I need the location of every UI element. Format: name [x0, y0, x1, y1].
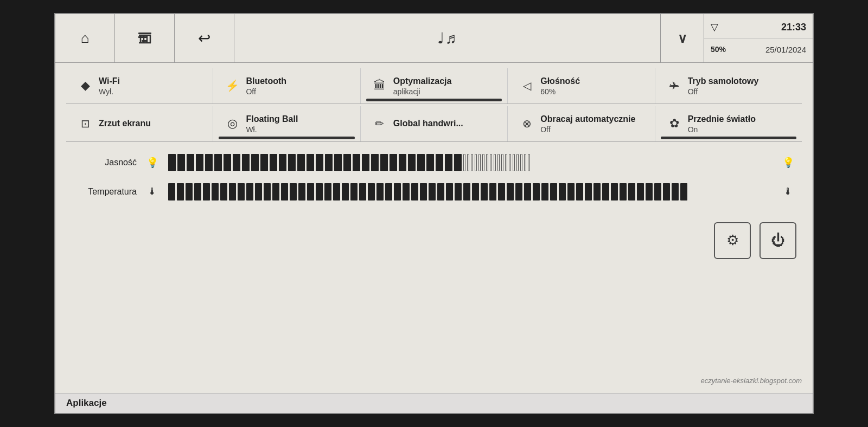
qs-handwriting-label: Global handwri...	[393, 118, 463, 130]
qs-volume[interactable]: ◁ Głośność 60%	[508, 68, 655, 103]
screenshot-icon: ⊡	[77, 117, 93, 130]
qs-bluetooth[interactable]: ⚡ Bluetooth Off	[213, 68, 360, 103]
qs-app-opt-underline	[366, 99, 502, 101]
qs-wifi[interactable]: ◆ Wi-Fi Wył.	[66, 68, 213, 103]
svg-rect-0	[138, 33, 151, 34]
brightness-slider[interactable]	[168, 153, 773, 172]
qs-volume-label: Głośność	[540, 76, 580, 87]
qs-airplane[interactable]: ✈ Tryb samolotowy Off	[655, 68, 802, 103]
status-area: ▽ 21:33 50% 25/01/2024	[704, 14, 813, 62]
bottom-buttons: ⚙ ⏻	[55, 217, 813, 264]
temperature-label: Temperatura	[72, 187, 137, 197]
qs-rotate-text: Obracaj automatycznie Off	[540, 114, 635, 134]
qs-rotate[interactable]: ⊗ Obracaj automatycznie Off	[508, 106, 655, 141]
qs-rotate-value: Off	[540, 125, 635, 134]
qs-frontlight-label: Przednie światło	[688, 114, 756, 125]
qs-app-opt-value: aplikacji	[393, 87, 452, 96]
back-button[interactable]: ↩	[175, 14, 234, 62]
frontlight-icon: ✿	[666, 117, 682, 131]
clock-display: 21:33	[781, 22, 806, 33]
wifi-status-icon: ▽	[711, 21, 718, 33]
qs-bluetooth-text: Bluetooth Off	[246, 76, 286, 96]
bluetooth-icon: ⚡	[224, 79, 240, 92]
qs-wifi-label: Wi-Fi	[99, 76, 120, 87]
svg-rect-3	[138, 36, 140, 38]
qs-frontlight-text: Przednie światło On	[688, 114, 756, 134]
handwriting-icon: ✏	[372, 117, 388, 130]
floating-ball-icon: ◎	[224, 117, 240, 131]
back-icon: ↩	[198, 29, 210, 47]
qs-airplane-label: Tryb samolotowy	[688, 76, 759, 87]
qs-screenshot-text: Zrzut ekranu	[99, 118, 151, 130]
qs-app-opt-label: Optymalizacja	[393, 76, 452, 87]
qs-airplane-text: Tryb samolotowy Off	[688, 76, 759, 96]
status-top: ▽ 21:33	[704, 14, 813, 38]
menu-button[interactable]	[115, 14, 175, 62]
device-frame: ⌂ ↩ ♩♬ ∨ ▽	[54, 13, 814, 414]
qs-floating-ball-label: Floating Ball	[246, 114, 298, 125]
qs-frontlight-value: On	[688, 125, 756, 134]
qs-airplane-value: Off	[688, 87, 759, 96]
menu-icon	[136, 31, 154, 46]
brightness-label: Jasność	[72, 158, 137, 167]
qs-screenshot[interactable]: ⊡ Zrzut ekranu	[66, 106, 213, 141]
top-nav: ⌂ ↩ ♩♬ ∨ ▽	[55, 14, 813, 63]
sliders-section: Jasność 💡 💡 Temperatura 🌡 🌡	[55, 142, 813, 217]
qs-frontlight-underline	[661, 137, 796, 139]
qs-floating-ball-underline	[219, 137, 354, 139]
battery-display: 50%	[711, 45, 726, 54]
brightness-row: Jasność 💡 💡	[72, 153, 796, 172]
qs-wifi-text: Wi-Fi Wył.	[99, 76, 120, 96]
watermark: eczytanie-eksiazki.blogspot.com	[701, 377, 802, 385]
chevron-down-icon: ∨	[678, 31, 687, 46]
temperature-icon-max: 🌡	[780, 186, 796, 197]
power-button[interactable]: ⏻	[760, 222, 796, 259]
qs-handwriting[interactable]: ✏ Global handwri...	[361, 106, 508, 141]
home-icon: ⌂	[81, 30, 90, 47]
temperature-row: Temperatura 🌡 🌡	[72, 182, 796, 202]
qs-row-1: ◆ Wi-Fi Wył. ⚡ Bluetooth Off 🏛 Optymaliz…	[66, 68, 802, 104]
qs-screenshot-label: Zrzut ekranu	[99, 118, 151, 130]
temperature-slider[interactable]	[168, 182, 773, 202]
qs-bluetooth-label: Bluetooth	[246, 76, 286, 87]
power-icon: ⏻	[771, 232, 785, 249]
dropdown-button[interactable]: ∨	[661, 14, 704, 62]
brightness-icon-min: 💡	[144, 157, 161, 169]
temperature-icon-min: 🌡	[144, 186, 161, 197]
qs-app-opt-text: Optymalizacja aplikacji	[393, 76, 452, 96]
qs-volume-text: Głośność 60%	[540, 76, 580, 96]
qs-volume-value: 60%	[540, 87, 580, 96]
app-opt-icon: 🏛	[372, 79, 388, 93]
qs-bluetooth-value: Off	[246, 87, 286, 96]
media-center: ♩♬	[234, 14, 661, 62]
quick-settings: ◆ Wi-Fi Wył. ⚡ Bluetooth Off 🏛 Optymaliz…	[55, 63, 813, 142]
rotate-icon: ⊗	[519, 117, 535, 130]
media-icon: ♩♬	[437, 29, 458, 47]
settings-button[interactable]: ⚙	[714, 222, 751, 259]
qs-frontlight[interactable]: ✿ Przednie światło On	[655, 106, 802, 141]
settings-icon: ⚙	[726, 232, 739, 249]
qs-wifi-value: Wył.	[99, 87, 120, 96]
bottom-bar: Aplikacje	[55, 393, 813, 413]
qs-app-opt[interactable]: 🏛 Optymalizacja aplikacji	[361, 68, 508, 103]
qs-rotate-label: Obracaj automatycznie	[540, 114, 635, 125]
qs-floating-ball-value: Wł.	[246, 125, 298, 134]
airplane-icon: ✈	[666, 79, 682, 92]
volume-icon: ◁	[519, 79, 535, 92]
home-button[interactable]: ⌂	[55, 14, 115, 62]
qs-floating-ball-text: Floating Ball Wł.	[246, 114, 298, 134]
qs-floating-ball[interactable]: ◎ Floating Ball Wł.	[213, 106, 360, 141]
date-display: 25/01/2024	[765, 45, 806, 54]
bottom-bar-label: Aplikacje	[66, 398, 107, 409]
status-bottom: 50% 25/01/2024	[704, 38, 813, 62]
wifi-icon: ◆	[77, 79, 93, 93]
qs-row-2: ⊡ Zrzut ekranu ◎ Floating Ball Wł. ✏ Glo…	[66, 106, 802, 142]
qs-handwriting-text: Global handwri...	[393, 118, 463, 130]
brightness-icon-max: 💡	[780, 157, 796, 169]
